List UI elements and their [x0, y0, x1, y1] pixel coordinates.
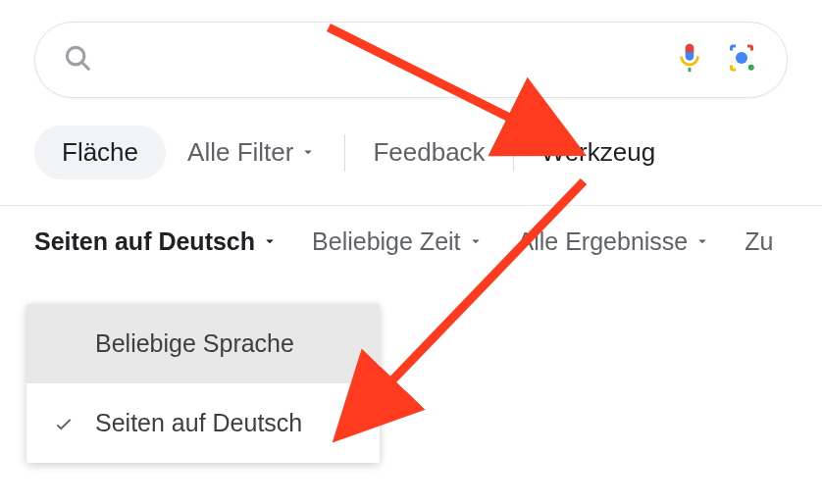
divider-line [0, 205, 822, 206]
dropdown-item-any-language[interactable]: Beliebige Sprache [26, 304, 380, 383]
tabs-row: Fläche Alle Filter Feedback Werkzeug [34, 126, 822, 179]
search-icon [63, 43, 92, 76]
tab-tools[interactable]: Werkzeug [520, 126, 678, 179]
tab-feedback-label: Feedback [373, 137, 485, 168]
tab-tools-label: Werkzeug [541, 137, 656, 168]
check-icon [50, 413, 77, 434]
language-dropdown: Beliebige Sprache Seiten auf Deutsch [26, 304, 380, 463]
svg-line-1 [82, 63, 89, 70]
mic-icon[interactable] [673, 41, 706, 78]
chevron-down-icon [694, 227, 711, 256]
tab-area[interactable]: Fläche [34, 126, 166, 179]
dropdown-item-german-pages[interactable]: Seiten auf Deutsch [26, 383, 380, 463]
tool-last[interactable]: Zu [745, 227, 773, 256]
tool-language[interactable]: Seiten auf Deutsch [34, 227, 279, 256]
chevron-down-icon [467, 227, 485, 256]
tool-language-label: Seiten auf Deutsch [34, 227, 255, 256]
svg-point-2 [736, 52, 747, 64]
tab-all-filters[interactable]: Alle Filter [166, 126, 338, 179]
tool-results[interactable]: Alle Ergebnisse [518, 227, 712, 256]
tool-last-label: Zu [745, 227, 773, 256]
chevron-down-icon [261, 227, 279, 256]
tab-feedback[interactable]: Feedback [351, 126, 506, 179]
tool-results-label: Alle Ergebnisse [518, 227, 689, 256]
divider [344, 134, 345, 172]
dropdown-item-label: Beliebige Sprache [95, 329, 294, 358]
tool-time[interactable]: Beliebige Zeit [312, 227, 484, 256]
svg-point-3 [748, 65, 754, 71]
tools-row: Seiten auf Deutsch Beliebige Zeit Alle E… [34, 227, 822, 256]
tab-all-filters-label: Alle Filter [187, 137, 293, 168]
dropdown-item-label: Seiten auf Deutsch [95, 409, 302, 437]
tab-area-label: Fläche [62, 137, 138, 167]
chevron-down-icon [299, 137, 317, 168]
search-bar[interactable] [34, 22, 788, 98]
tool-time-label: Beliebige Zeit [312, 227, 460, 256]
divider [513, 134, 514, 172]
lens-icon[interactable] [724, 40, 759, 79]
search-input[interactable] [92, 47, 655, 73]
